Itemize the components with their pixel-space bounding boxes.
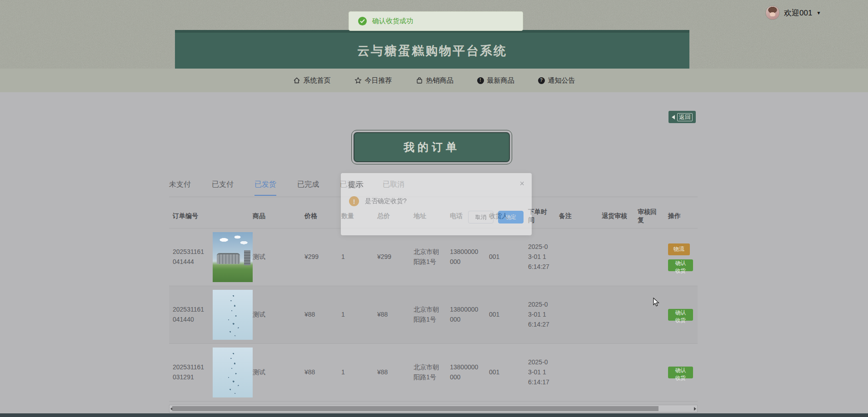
- product-image: [213, 348, 253, 397]
- success-toast: 确认收货成功: [349, 11, 523, 31]
- tab-completed[interactable]: 已完成: [297, 180, 319, 195]
- table-row: 202531161041440 测试 ¥88 1 ¥88 北京市朝阳路1号 13…: [169, 286, 698, 344]
- nav-item-label: 系统首页: [304, 76, 331, 85]
- building-shape: [217, 253, 240, 264]
- nav-item-hot[interactable]: 热销商品: [416, 76, 454, 85]
- toast-message: 确认收货成功: [372, 17, 413, 25]
- product-image: [213, 290, 253, 340]
- logistics-button[interactable]: 物流: [668, 243, 690, 255]
- refund-review: [598, 286, 634, 344]
- col-price: 价格: [301, 204, 338, 228]
- phone: 13800000000: [446, 228, 485, 286]
- col-image: [209, 204, 249, 228]
- table-row: 202531161031291 测试 ¥88 1 ¥88 北京市朝阳路1号 13…: [169, 344, 698, 402]
- order-time: 2025-03-01 16:14:27: [524, 286, 555, 344]
- welcome-text: 欢迎001: [784, 8, 812, 18]
- quantity: 1: [338, 344, 374, 402]
- home-icon: [293, 77, 300, 84]
- dialog-header: 提示 ×: [341, 173, 532, 190]
- note: [555, 344, 598, 402]
- review-reply: [634, 286, 664, 344]
- confirm-receipt-button[interactable]: 确认收货: [668, 367, 693, 378]
- phone: 13800000000: [446, 286, 485, 344]
- dialog-message: 是否确定收货?: [365, 197, 407, 205]
- receiver: 001: [485, 344, 524, 402]
- actions-cell: 确认收货: [664, 286, 698, 344]
- receiver: 001: [485, 228, 524, 286]
- nav-item-notice[interactable]: ? 通知公告: [538, 76, 575, 85]
- col-refund-review: 退货审核: [598, 204, 634, 228]
- price: ¥88: [301, 286, 338, 344]
- price: ¥88: [301, 344, 338, 402]
- price: ¥299: [301, 228, 338, 286]
- order-no: 202531161041440: [169, 286, 209, 344]
- product-name: 测试: [249, 344, 301, 402]
- nav-item-label: 热销商品: [426, 76, 454, 85]
- cancel-button[interactable]: 取消: [468, 211, 494, 223]
- tab-paid[interactable]: 已支付: [212, 180, 234, 195]
- actions-cell: 确认收货: [664, 344, 698, 402]
- col-actions: 操作: [664, 204, 698, 228]
- actions-cell: 物流 确认收货: [664, 228, 698, 286]
- address: 北京市朝阳路1号: [410, 228, 446, 286]
- site-title-band: 云与糖蛋糕购物平台系统: [175, 30, 689, 69]
- nav-item-new[interactable]: ! 最新商品: [477, 76, 514, 85]
- warning-icon: !: [349, 196, 359, 206]
- footer-strip: [0, 413, 868, 417]
- order-time: 2025-03-01 16:14:27: [524, 228, 555, 286]
- star-icon: [354, 77, 362, 84]
- review-reply: [634, 228, 664, 286]
- nav-item-label: 通知公告: [548, 76, 575, 85]
- nav-item-home[interactable]: 系统首页: [293, 76, 331, 85]
- check-circle-icon: [358, 17, 367, 25]
- confirm-button[interactable]: 确定: [498, 211, 524, 223]
- dialog-title: 提示: [348, 179, 364, 190]
- product-image-cell: [209, 286, 249, 344]
- scrollbar-thumb[interactable]: [172, 406, 658, 411]
- col-product: 商品: [249, 204, 301, 228]
- scroll-right-arrow[interactable]: [694, 407, 696, 411]
- note: [555, 286, 598, 344]
- col-order-no: 订单编号: [169, 204, 209, 228]
- main-nav: 系统首页 今日推荐 热销商品 ! 最新商品 ? 通知公告: [0, 69, 868, 92]
- address: 北京市朝阳路1号: [410, 344, 446, 402]
- nav-item-today[interactable]: 今日推荐: [354, 76, 392, 85]
- total-price: ¥88: [374, 344, 410, 402]
- product-name: 测试: [249, 228, 301, 286]
- building-side-shape: [244, 250, 250, 265]
- table-row: 202531161041444 测试 ¥299 1 ¥299 北京市朝阳路1号 …: [169, 228, 698, 286]
- confirm-receipt-button[interactable]: 确认收货: [668, 309, 693, 321]
- order-no: 202531161031291: [169, 344, 209, 402]
- review-reply: [634, 344, 664, 402]
- back-button[interactable]: 返回: [668, 111, 696, 123]
- dialog-body: ! 是否确定收货?: [341, 190, 532, 208]
- horizontal-scrollbar[interactable]: [169, 405, 698, 412]
- quantity: 1: [338, 228, 374, 286]
- tab-shipped[interactable]: 已发货: [254, 180, 276, 196]
- user-menu[interactable]: 欢迎001 ▼: [765, 5, 821, 20]
- refund-review: [598, 344, 634, 402]
- total-price: ¥88: [374, 286, 410, 344]
- site-title: 云与糖蛋糕购物平台系统: [357, 43, 507, 59]
- avatar[interactable]: [765, 5, 780, 20]
- product-image-cell: [209, 344, 249, 402]
- back-button-label: 返回: [677, 113, 693, 121]
- nav-item-label: 最新商品: [487, 76, 514, 85]
- product-image-cell: [209, 228, 249, 286]
- question-icon: ?: [538, 77, 545, 84]
- order-time: 2025-03-01 16:14:17: [524, 344, 555, 402]
- tab-unpaid[interactable]: 未支付: [169, 180, 191, 195]
- chevron-down-icon: ▼: [816, 10, 821, 15]
- page-title: 我的订单: [404, 140, 460, 154]
- close-icon[interactable]: ×: [519, 179, 524, 188]
- confirm-receipt-button[interactable]: 确认收货: [668, 259, 693, 271]
- product-name: 测试: [249, 286, 301, 344]
- address: 北京市朝阳路1号: [410, 286, 446, 344]
- refund-review: [598, 228, 634, 286]
- bag-icon: [416, 77, 423, 84]
- total-price: ¥299: [374, 228, 410, 286]
- page-title-banner: 我的订单: [351, 130, 512, 164]
- dialog-footer: 取消 确定: [341, 208, 532, 223]
- receiver: 001: [485, 286, 524, 344]
- col-review-reply: 审核回复: [634, 204, 664, 228]
